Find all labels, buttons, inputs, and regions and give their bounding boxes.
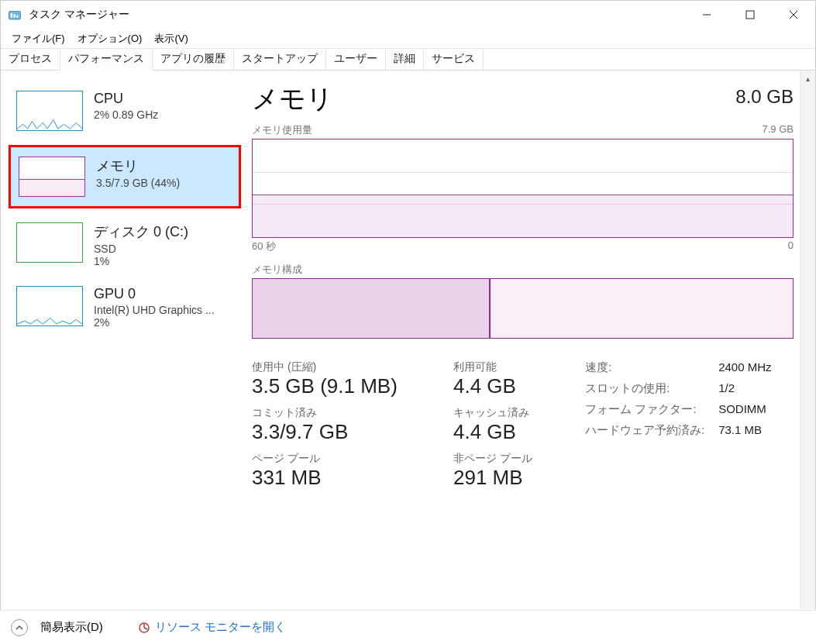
stat-pagedpool-label: ページ プール bbox=[252, 452, 430, 466]
vertical-scrollbar[interactable]: ▴ bbox=[800, 71, 815, 609]
svg-rect-3 bbox=[16, 15, 18, 18]
maximize-button[interactable] bbox=[728, 1, 772, 29]
svg-rect-5 bbox=[746, 11, 754, 19]
disk-thumbnail bbox=[16, 222, 83, 263]
stat-available-value: 4.4 GB bbox=[453, 374, 562, 398]
usage-max: 7.9 GB bbox=[763, 123, 794, 137]
memory-sub: 3.5/7.9 GB (44%) bbox=[96, 177, 180, 189]
kv-hwres-v: 73.1 MB bbox=[718, 423, 771, 438]
svg-line-10 bbox=[144, 628, 147, 629]
footer: 簡易表示(D) リソース モニターを開く bbox=[0, 610, 816, 644]
stat-nonpagedpool-label: 非ページ プール bbox=[453, 452, 562, 466]
stat-cached-label: キャッシュ済み bbox=[453, 406, 562, 420]
app-icon bbox=[7, 8, 22, 22]
stat-cached-value: 4.4 GB bbox=[453, 420, 562, 444]
kv-form-v: SODIMM bbox=[718, 402, 771, 417]
scroll-up-icon[interactable]: ▴ bbox=[801, 71, 815, 86]
stat-inuse-label: 使用中 (圧縮) bbox=[252, 360, 430, 374]
chevron-up-icon bbox=[15, 624, 23, 632]
gpu-title: GPU 0 bbox=[94, 286, 215, 302]
gpu-thumbnail bbox=[16, 286, 83, 326]
stat-committed-label: コミット済み bbox=[252, 406, 430, 420]
stat-pagedpool-value: 331 MB bbox=[252, 466, 430, 490]
svg-rect-1 bbox=[11, 13, 12, 18]
main-panel: メモリ 8.0 GB メモリ使用量 7.9 GB 60 秒 0 メモリ構成 使用… bbox=[249, 71, 815, 609]
minimize-button[interactable] bbox=[685, 1, 728, 29]
memory-usage-graph[interactable] bbox=[252, 139, 794, 238]
resource-monitor-label: リソース モニターを開く bbox=[155, 620, 286, 635]
sidebar: CPU 2% 0.89 GHz メモリ 3.5/7.9 GB (44%) ディス… bbox=[1, 71, 249, 609]
tab-details[interactable]: 詳細 bbox=[386, 49, 424, 70]
cpu-thumbnail bbox=[16, 91, 83, 131]
cpu-title: CPU bbox=[94, 91, 158, 107]
disk-sub2: 1% bbox=[94, 255, 188, 267]
page-title: メモリ bbox=[252, 81, 333, 117]
menu-options[interactable]: オプション(O) bbox=[71, 30, 149, 47]
stat-inuse-value: 3.5 GB (9.1 MB) bbox=[252, 374, 430, 398]
stats: 使用中 (圧縮)3.5 GB (9.1 MB) コミット済み3.3/9.7 GB… bbox=[252, 360, 794, 490]
menu-view[interactable]: 表示(V) bbox=[148, 30, 194, 47]
kv-slots-k: スロットの使用: bbox=[585, 381, 704, 396]
gpu-sub2: 2% bbox=[94, 316, 215, 329]
x-axis-right: 0 bbox=[788, 239, 794, 253]
memory-title: メモリ bbox=[96, 157, 180, 175]
tab-services[interactable]: サービス bbox=[424, 49, 484, 70]
kv-speed-k: 速度: bbox=[585, 360, 704, 375]
memory-composition-graph[interactable] bbox=[252, 278, 794, 339]
sidebar-item-disk[interactable]: ディスク 0 (C:) SSD 1% bbox=[1, 218, 249, 272]
stat-committed-value: 3.3/9.7 GB bbox=[252, 420, 430, 444]
tab-startup[interactable]: スタートアップ bbox=[234, 49, 326, 70]
disk-sub: SSD bbox=[94, 243, 188, 255]
x-axis-left: 60 秒 bbox=[252, 239, 276, 253]
gpu-sub: Intel(R) UHD Graphics ... bbox=[94, 304, 215, 316]
simple-view-link[interactable]: 簡易表示(D) bbox=[40, 620, 103, 635]
composition-label: メモリ構成 bbox=[252, 263, 302, 277]
collapse-button[interactable] bbox=[11, 619, 28, 636]
sidebar-item-gpu[interactable]: GPU 0 Intel(R) UHD Graphics ... 2% bbox=[1, 281, 249, 333]
memory-total: 8.0 GB bbox=[735, 81, 794, 108]
titlebar: タスク マネージャー bbox=[1, 1, 815, 29]
close-button[interactable] bbox=[772, 1, 815, 29]
memory-thumbnail bbox=[19, 157, 85, 197]
content: CPU 2% 0.89 GHz メモリ 3.5/7.9 GB (44%) ディス… bbox=[1, 71, 815, 609]
stat-nonpagedpool-value: 291 MB bbox=[453, 466, 562, 490]
disk-title: ディスク 0 (C:) bbox=[94, 222, 188, 241]
svg-rect-2 bbox=[14, 14, 15, 18]
menu-file[interactable]: ファイル(F) bbox=[5, 30, 71, 47]
sidebar-item-cpu[interactable]: CPU 2% 0.89 GHz bbox=[1, 86, 249, 136]
tab-users[interactable]: ユーザー bbox=[326, 49, 386, 70]
sidebar-item-memory[interactable]: メモリ 3.5/7.9 GB (44%) bbox=[9, 145, 241, 208]
kv-speed-v: 2400 MHz bbox=[718, 360, 771, 375]
kv-hwres-k: ハードウェア予約済み: bbox=[585, 423, 704, 438]
usage-label: メモリ使用量 bbox=[252, 123, 312, 137]
window-title: タスク マネージャー bbox=[29, 8, 685, 22]
tab-performance[interactable]: パフォーマンス bbox=[60, 49, 153, 71]
tabbar: プロセス パフォーマンス アプリの履歴 スタートアップ ユーザー 詳細 サービス bbox=[1, 49, 815, 71]
tab-processes[interactable]: プロセス bbox=[1, 49, 60, 70]
stat-available-label: 利用可能 bbox=[453, 360, 562, 374]
kv-slots-v: 1/2 bbox=[718, 381, 771, 396]
cpu-sub: 2% 0.89 GHz bbox=[94, 108, 158, 121]
resource-monitor-link[interactable]: リソース モニターを開く bbox=[138, 620, 286, 635]
tab-app-history[interactable]: アプリの履歴 bbox=[153, 49, 234, 70]
menubar: ファイル(F) オプション(O) 表示(V) bbox=[1, 29, 815, 49]
kv-form-k: フォーム ファクター: bbox=[585, 402, 704, 417]
resource-monitor-icon bbox=[138, 622, 150, 634]
